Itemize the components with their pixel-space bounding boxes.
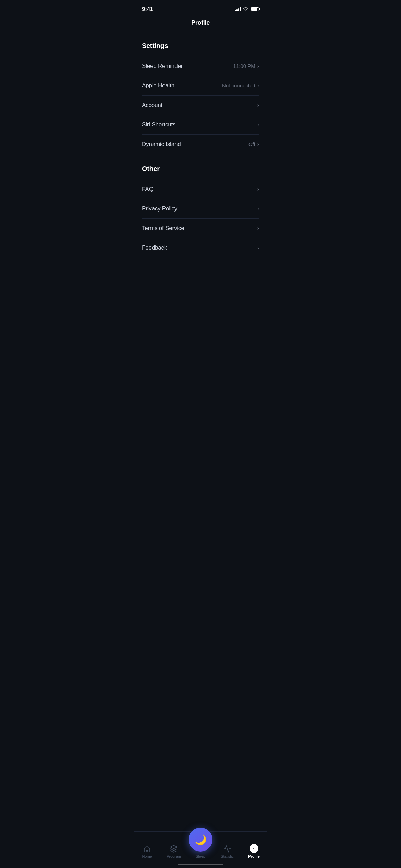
apple-health-value: Not connected (222, 83, 255, 88)
siri-shortcuts-label: Siri Shortcuts (142, 121, 175, 128)
sleep-reminder-right: 11:00 PM › (233, 63, 259, 69)
faq-right: › (257, 186, 259, 192)
dynamic-island-label: Dynamic Island (142, 141, 181, 148)
dynamic-island-right: Off › (248, 141, 259, 147)
terms-of-service-label: Terms of Service (142, 225, 184, 232)
wifi-icon (243, 7, 248, 11)
settings-item-terms-of-service[interactable]: Terms of Service › (142, 219, 259, 238)
faq-label: FAQ (142, 186, 153, 193)
settings-item-dynamic-island[interactable]: Dynamic Island Off › (142, 135, 259, 154)
battery-icon (251, 7, 259, 11)
feedback-chevron-icon: › (257, 245, 259, 251)
feedback-right: › (257, 245, 259, 251)
other-section: Other FAQ › Privacy Policy › Terms of Se… (142, 165, 259, 257)
sleep-reminder-label: Sleep Reminder (142, 63, 183, 70)
apple-health-label: Apple Health (142, 82, 174, 89)
status-time: 9:41 (142, 6, 153, 13)
settings-item-account[interactable]: Account › (142, 96, 259, 115)
settings-item-sleep-reminder[interactable]: Sleep Reminder 11:00 PM › (142, 57, 259, 76)
terms-of-service-chevron-icon: › (257, 225, 259, 231)
nav-header: Profile (134, 16, 267, 32)
account-chevron-icon: › (257, 102, 259, 108)
settings-item-feedback[interactable]: Feedback › (142, 238, 259, 257)
feedback-label: Feedback (142, 244, 167, 251)
status-bar: 9:41 (134, 0, 267, 16)
dynamic-island-chevron-icon: › (257, 141, 259, 147)
account-label: Account (142, 102, 162, 109)
faq-chevron-icon: › (257, 186, 259, 192)
privacy-policy-label: Privacy Policy (142, 205, 177, 212)
main-content: Settings Sleep Reminder 11:00 PM › Apple… (134, 32, 267, 257)
siri-shortcuts-right: › (257, 122, 259, 128)
sleep-reminder-chevron-icon: › (257, 63, 259, 69)
siri-shortcuts-chevron-icon: › (257, 122, 259, 128)
dynamic-island-value: Off (248, 141, 255, 147)
settings-section: Settings Sleep Reminder 11:00 PM › Apple… (142, 42, 259, 154)
page-title: Profile (191, 19, 210, 26)
settings-item-faq[interactable]: FAQ › (142, 180, 259, 199)
terms-of-service-right: › (257, 225, 259, 231)
settings-item-privacy-policy[interactable]: Privacy Policy › (142, 199, 259, 219)
apple-health-chevron-icon: › (257, 83, 259, 89)
privacy-policy-chevron-icon: › (257, 206, 259, 212)
account-right: › (257, 102, 259, 108)
sleep-reminder-value: 11:00 PM (233, 63, 255, 69)
settings-section-header: Settings (142, 42, 259, 50)
status-icons (235, 7, 259, 11)
settings-item-apple-health[interactable]: Apple Health Not connected › (142, 76, 259, 96)
settings-item-siri-shortcuts[interactable]: Siri Shortcuts › (142, 115, 259, 135)
apple-health-right: Not connected › (222, 83, 259, 89)
other-section-header: Other (142, 165, 259, 173)
privacy-policy-right: › (257, 206, 259, 212)
signal-bars-icon (235, 7, 241, 11)
